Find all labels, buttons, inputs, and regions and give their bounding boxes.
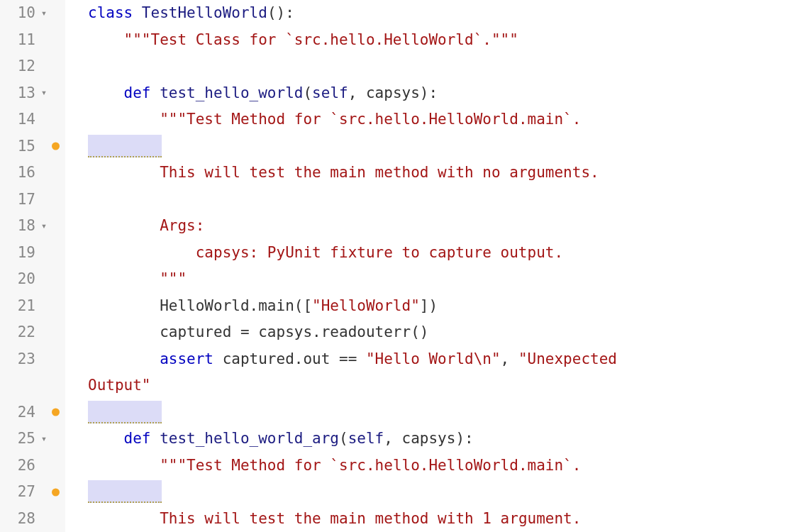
code-line[interactable]: captured = capsys.readouterr() — [88, 319, 800, 346]
code-token: HelloWorld.main([ — [88, 297, 312, 314]
code-line[interactable]: """ — [88, 266, 800, 293]
code-token: capsys: PyUnit fixture to capture output… — [196, 244, 563, 261]
code-token: "HelloWorld" — [312, 297, 420, 314]
code-token: This will test the main method with no a… — [160, 164, 599, 181]
line-number[interactable]: 27 — [0, 479, 65, 506]
code-token: """Test Method for `src.hello.HelloWorld… — [160, 111, 581, 128]
code-line[interactable]: HelloWorld.main(["HelloWorld"]) — [88, 293, 800, 320]
line-number-continuation — [0, 372, 65, 399]
code-token: ]) — [420, 297, 438, 314]
code-line[interactable]: Args: — [88, 213, 800, 240]
line-number[interactable]: 25▾ — [0, 426, 65, 453]
code-token: """Test Method for `src.hello.HelloWorld… — [160, 457, 581, 474]
code-line[interactable]: """Test Method for `src.hello.HelloWorld… — [88, 453, 800, 480]
line-number[interactable]: 10▾ — [0, 0, 65, 27]
code-token: test_hello_world_arg — [160, 430, 339, 447]
lint-warning-icon[interactable] — [52, 409, 60, 416]
code-line[interactable]: def test_hello_world_arg(self, capsys): — [88, 426, 800, 453]
code-line[interactable]: def test_hello_world(self, capsys): — [88, 80, 800, 107]
line-number[interactable]: 13▾ — [0, 80, 65, 107]
code-line[interactable]: This will test the main method with no a… — [88, 160, 800, 187]
line-number[interactable]: 21 — [0, 293, 65, 320]
code-token: """Test Class for `src.hello.HelloWorld`… — [124, 31, 518, 48]
code-token: def — [124, 430, 160, 447]
code-token — [88, 510, 160, 527]
code-token: ( — [303, 84, 312, 101]
code-token: """ — [160, 270, 187, 287]
code-line[interactable]: This will test the main method with 1 ar… — [88, 506, 800, 533]
line-number[interactable]: 15 — [0, 133, 65, 160]
code-token — [88, 457, 160, 474]
code-token: TestHelloWorld — [142, 4, 267, 21]
code-editor[interactable]: 10▾111213▾1415161718▾19202122232425▾2627… — [0, 0, 800, 532]
code-token: , capsys): — [384, 430, 473, 447]
code-token — [88, 84, 124, 101]
line-number[interactable]: 17 — [0, 187, 65, 214]
code-token: "Hello World\n" — [366, 350, 501, 367]
line-number[interactable]: 19 — [0, 240, 65, 267]
code-token: (): — [267, 4, 294, 21]
code-token: self — [312, 84, 348, 101]
code-token: This will test the main method with 1 ar… — [160, 510, 581, 527]
code-token: "Unexpected — [518, 350, 626, 367]
lint-warning-icon[interactable] — [52, 143, 60, 150]
gutter: 10▾111213▾1415161718▾19202122232425▾2627… — [0, 0, 65, 532]
code-line[interactable]: """Test Method for `src.hello.HelloWorld… — [88, 106, 800, 133]
code-token — [88, 244, 196, 261]
code-token — [88, 31, 124, 48]
line-number[interactable]: 16 — [0, 160, 65, 187]
code-token: Output" — [88, 377, 151, 394]
code-line[interactable] — [88, 399, 800, 426]
code-line[interactable] — [88, 479, 800, 506]
code-token — [88, 164, 160, 181]
line-number[interactable]: 14 — [0, 106, 65, 133]
code-token — [88, 217, 160, 234]
code-line[interactable] — [88, 187, 800, 214]
code-token: captured.out == — [213, 350, 366, 367]
code-token: , capsys): — [348, 84, 438, 101]
fold-toggle-icon[interactable]: ▾ — [40, 0, 48, 27]
code-token: ( — [339, 430, 348, 447]
code-token: , — [501, 350, 518, 367]
fold-toggle-icon[interactable]: ▾ — [40, 213, 48, 240]
code-token: Args: — [160, 217, 204, 234]
line-number[interactable]: 23 — [0, 346, 65, 373]
code-token: def — [124, 84, 160, 101]
line-number[interactable]: 18▾ — [0, 213, 65, 240]
lint-warning-icon[interactable] — [52, 488, 60, 496]
line-number[interactable]: 20 — [0, 266, 65, 293]
fold-toggle-icon[interactable]: ▾ — [40, 426, 48, 453]
code-line[interactable] — [88, 53, 800, 80]
line-number[interactable]: 12 — [0, 53, 65, 80]
code-line[interactable]: capsys: PyUnit fixture to capture output… — [88, 240, 800, 267]
line-number[interactable]: 22 — [0, 319, 65, 346]
trailing-whitespace-highlight — [88, 401, 162, 423]
code-line[interactable]: assert captured.out == "Hello World\n", … — [88, 346, 800, 373]
code-token: self — [348, 430, 384, 447]
code-line-wrap[interactable]: Output" — [88, 372, 800, 399]
line-number[interactable]: 28 — [0, 506, 65, 533]
code-line[interactable]: class TestHelloWorld(): — [88, 0, 800, 27]
code-token: captured = capsys.readouterr() — [88, 323, 428, 340]
code-area[interactable]: class TestHelloWorld(): """Test Class fo… — [65, 0, 800, 532]
code-token — [88, 350, 160, 367]
line-number[interactable]: 11 — [0, 27, 65, 54]
code-token — [88, 430, 124, 447]
code-token: assert — [160, 350, 213, 367]
line-number[interactable]: 24 — [0, 399, 65, 426]
code-token: test_hello_world — [160, 84, 303, 101]
code-token — [88, 270, 160, 287]
trailing-whitespace-highlight — [88, 480, 162, 503]
code-line[interactable]: """Test Class for `src.hello.HelloWorld`… — [88, 27, 800, 54]
code-token — [88, 111, 160, 128]
line-number[interactable]: 26 — [0, 453, 65, 480]
code-token: class — [88, 4, 142, 21]
trailing-whitespace-highlight — [88, 135, 162, 157]
fold-toggle-icon[interactable]: ▾ — [40, 80, 48, 107]
code-line[interactable] — [88, 133, 800, 160]
